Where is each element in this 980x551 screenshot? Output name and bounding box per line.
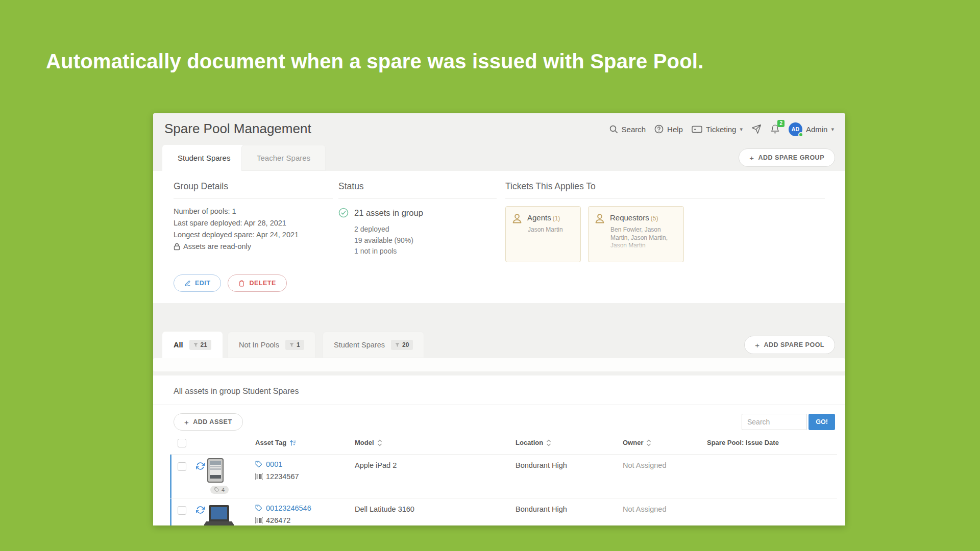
- issue-date-header-label: Spare Pool: Issue Date: [707, 439, 779, 446]
- group-info-panel: Group Details Number of pools: 1 Last sp…: [153, 171, 845, 303]
- last-spare-deployed: Last spare deployed: Apr 28, 2021: [174, 217, 333, 229]
- status-total: 21 assets in group: [354, 208, 423, 218]
- requestors-card[interactable]: Requestors(5) Ben Fowler, Jason Martin, …: [588, 206, 684, 262]
- person-icon: [595, 213, 605, 223]
- table-row: 4 0001 12234567 Apple iPad 2 Bondurant H…: [153, 454, 845, 498]
- tab-student-spares[interactable]: Student Spares: [162, 145, 246, 171]
- asset-search: GO!: [742, 414, 835, 430]
- edit-button[interactable]: EDIT: [174, 274, 221, 292]
- add-spare-pool-button[interactable]: + ADD SPARE POOL: [744, 336, 835, 354]
- window-header: Spare Pool Management Search Help Ticket…: [153, 113, 845, 145]
- asset-tag-header-label: Asset Tag: [255, 439, 286, 446]
- assets-panel: All assets in group Student Spares + ADD…: [153, 375, 845, 525]
- sort-icon: [546, 439, 551, 446]
- help-button[interactable]: Help: [654, 124, 683, 134]
- sort-icon: [646, 439, 651, 446]
- plus-icon: +: [184, 418, 189, 427]
- barcode-value: 426472: [266, 516, 290, 524]
- sync-icon[interactable]: [196, 461, 205, 470]
- status-section: Status 21 assets in group 2 deployed 19 …: [338, 181, 497, 257]
- user-menu[interactable]: AD Admin ▾: [789, 122, 834, 136]
- trash-icon: [238, 280, 245, 287]
- ticketing-label: Ticketing: [706, 125, 736, 134]
- user-name-label: Admin: [806, 125, 828, 134]
- column-owner[interactable]: Owner: [623, 439, 651, 446]
- global-search-button[interactable]: Search: [609, 125, 646, 134]
- owner-cell: Not Assigned: [623, 505, 666, 513]
- add-spare-pool-label: ADD SPARE POOL: [764, 341, 824, 348]
- agents-names: Jason Martin: [528, 226, 574, 234]
- help-icon: [654, 124, 664, 134]
- column-location[interactable]: Location: [516, 439, 551, 446]
- read-only-note: Assets are read-only: [183, 241, 251, 253]
- assets-heading: All assets in group Student Spares: [174, 387, 299, 396]
- ticketing-menu[interactable]: Ticketing ▾: [692, 125, 743, 134]
- filter-ss-count-badge: 20: [391, 340, 413, 350]
- delete-button[interactable]: DELETE: [228, 274, 286, 292]
- divider: [153, 405, 845, 405]
- tickets-heading: Tickets This Applies To: [505, 181, 825, 199]
- send-button[interactable]: [751, 124, 762, 134]
- model-header-label: Model: [355, 439, 374, 446]
- group-details-heading: Group Details: [174, 181, 333, 199]
- select-all-checkbox[interactable]: [178, 439, 186, 447]
- filter-tab-all[interactable]: All 21: [162, 332, 223, 358]
- status-not-in-pools: 1 not in pools: [354, 246, 497, 257]
- check-circle-icon: [338, 208, 349, 218]
- sort-asc-icon: [289, 439, 297, 446]
- model-cell: Dell Latitude 3160: [355, 505, 414, 513]
- laptop-thumbnail: [203, 504, 235, 525]
- avatar: AD: [789, 122, 802, 136]
- column-spare-pool-issue-date: Spare Pool: Issue Date: [707, 439, 779, 446]
- tag-icon: [255, 461, 262, 468]
- add-asset-button[interactable]: + ADD ASSET: [174, 413, 243, 431]
- divider: [170, 454, 837, 455]
- agents-title: Agents: [527, 213, 551, 222]
- column-model[interactable]: Model: [355, 439, 382, 446]
- asset-tag-link[interactable]: 00123246546: [266, 504, 311, 512]
- requestors-names: Ben Fowler, Jason Martin, Jason Martin, …: [610, 226, 677, 250]
- plus-icon: +: [749, 154, 754, 162]
- filter-tab-not-in-pools[interactable]: Not In Pools 1: [228, 332, 315, 358]
- plus-icon: +: [755, 341, 760, 349]
- table-row: 00123246546 426472 Dell Latitude 3160 Bo…: [153, 498, 845, 525]
- owner-cell: Not Assigned: [623, 461, 666, 469]
- tab-teacher-spares[interactable]: Teacher Spares: [241, 145, 326, 171]
- requestors-title: Requestors: [610, 213, 649, 222]
- barcode-icon: [255, 473, 263, 480]
- row-checkbox[interactable]: [178, 506, 186, 515]
- delete-label: DELETE: [249, 280, 276, 287]
- pencil-icon: [184, 280, 191, 287]
- barcode-value: 12234567: [266, 472, 299, 481]
- tablet-thumbnail: [207, 458, 224, 484]
- linked-count: 4: [222, 487, 225, 493]
- tag-icon: [214, 487, 219, 492]
- header-actions: Search Help Ticketing ▾ 2 AD: [609, 113, 834, 145]
- filter-nip-label: Not In Pools: [239, 341, 279, 349]
- assets-table-header: Asset Tag Model Location Owner Spare Poo…: [153, 439, 845, 454]
- paper-plane-icon: [751, 124, 762, 134]
- requestors-count: (5): [651, 215, 658, 222]
- column-asset-tag[interactable]: Asset Tag: [255, 439, 297, 446]
- person-icon: [512, 213, 522, 223]
- presence-dot: [798, 132, 803, 137]
- agents-card[interactable]: Agents(1) Jason Martin: [505, 206, 581, 262]
- go-button[interactable]: GO!: [808, 414, 835, 430]
- search-input[interactable]: [742, 414, 807, 430]
- number-of-pools: Number of pools: 1: [174, 206, 333, 217]
- divider: [170, 498, 837, 498]
- filter-nip-count-badge: 1: [285, 340, 304, 350]
- add-spare-group-button[interactable]: + ADD SPARE GROUP: [739, 148, 835, 167]
- location-cell: Bondurant High: [516, 505, 567, 513]
- filter-ss-count: 20: [402, 341, 409, 348]
- filter-all-count-badge: 21: [189, 340, 211, 350]
- add-spare-group-label: ADD SPARE GROUP: [758, 154, 824, 161]
- linked-assets-badge[interactable]: 4: [210, 486, 229, 494]
- filter-nip-count: 1: [297, 341, 300, 348]
- row-checkbox[interactable]: [178, 462, 186, 471]
- group-details-section: Group Details Number of pools: 1 Last sp…: [174, 181, 333, 253]
- notifications-button[interactable]: 2: [770, 124, 780, 134]
- filter-tab-student-spares[interactable]: Student Spares 20: [323, 332, 424, 358]
- status-deployed: 2 deployed: [354, 224, 497, 235]
- asset-tag-link[interactable]: 0001: [266, 460, 282, 468]
